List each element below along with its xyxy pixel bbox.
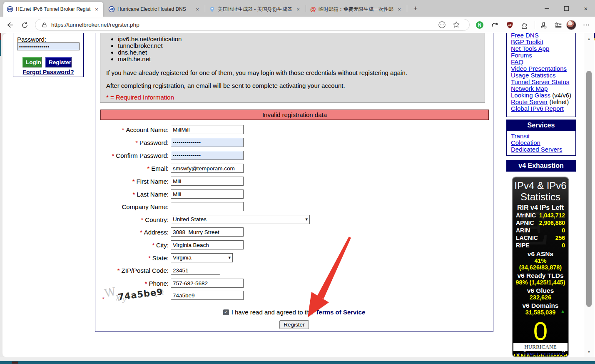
tab-divider — [306, 5, 306, 12]
field-label: Address: — [144, 229, 169, 236]
ublock-shield-icon[interactable]: uO — [505, 20, 514, 30]
captcha-image: W X y q Q 74a5be9 — [105, 286, 164, 304]
reading-mode-icon[interactable] — [438, 21, 446, 30]
extension-n-icon[interactable]: N — [475, 20, 484, 30]
tab-divider — [205, 5, 205, 12]
tab-close-icon[interactable]: × — [93, 6, 100, 12]
n-badge-letter: N — [478, 22, 481, 27]
sidebar-link-usage-stats: Usage Statistics — [511, 72, 571, 79]
svg-text:uO: uO — [508, 23, 511, 26]
info-paragraph: If you have already registered for one o… — [106, 69, 407, 76]
forgot-password-link[interactable]: Forgot Password? — [13, 69, 83, 75]
field-label: Confirm Password: — [116, 152, 169, 159]
v6-stat-value: 232,626 — [513, 294, 568, 301]
register-nav-button[interactable]: Register — [45, 57, 72, 67]
he-favicon: HE — [7, 6, 13, 12]
city-input[interactable] — [171, 240, 244, 249]
maximize-button[interactable] — [557, 0, 576, 17]
ipv4-ipv6-statistics-widget: E IPv4 & IPv6 Statistics RIR v4 IPs Left… — [512, 177, 569, 357]
widget-title: Statistics — [513, 191, 568, 202]
collections-icon[interactable] — [553, 20, 563, 30]
minimize-icon — [545, 8, 549, 9]
bullet-item: ipv6.he.net/certification — [118, 36, 182, 42]
page-scrollbar[interactable]: ▲ ▼ — [584, 33, 594, 357]
swirl-arrow-extension-icon[interactable] — [490, 20, 499, 30]
company-name-input[interactable] — [171, 202, 244, 211]
v6-stat-value: 98% (1,425/1,445) — [513, 279, 568, 286]
registration-form-box: ipv6.he.net/certification tunnelbroker.n… — [95, 33, 493, 332]
address-bar[interactable]: https://tunnelbroker.net/register.php — [35, 19, 470, 31]
confirm-password-input[interactable] — [171, 151, 244, 160]
toolbar-divider — [535, 21, 535, 29]
zip-input[interactable] — [171, 266, 220, 275]
captcha-input[interactable] — [171, 291, 244, 300]
register-submit-button[interactable]: Register — [279, 320, 309, 329]
new-tab-button[interactable]: + — [411, 3, 421, 13]
scroll-up-icon[interactable]: ▲ — [584, 37, 594, 41]
tab-title: Hurricane Electric Hosted DNS — [117, 6, 192, 12]
first-name-input[interactable] — [171, 177, 244, 186]
tab-divider — [407, 5, 407, 12]
terms-of-service-link[interactable]: Terms of Service — [316, 309, 366, 316]
bullet-item: dns.he.net — [118, 49, 182, 56]
account-name-input[interactable] — [171, 125, 244, 134]
sidebar-link-route-server: Route Server (telnet) — [511, 99, 571, 105]
tos-checkbox[interactable]: ✓ — [223, 309, 229, 315]
password-login-input[interactable] — [17, 42, 80, 50]
tab-close-icon[interactable]: × — [194, 6, 201, 12]
bottom-teal-bar — [0, 361, 595, 364]
address-input[interactable] — [171, 227, 244, 237]
favorite-star-icon[interactable] — [453, 21, 460, 30]
services-link-transit: Transit — [511, 133, 562, 140]
settings-ellipsis-icon[interactable] — [582, 20, 591, 30]
email-input[interactable] — [171, 164, 244, 173]
field-label: Company Name: — [122, 203, 169, 210]
tab-close-icon[interactable]: × — [295, 6, 301, 12]
scrollbar-thumb[interactable] — [586, 71, 592, 307]
sidebar-link-looking-glass: Looking Glass (v4/v6) — [511, 92, 571, 99]
refresh-button[interactable] — [20, 20, 29, 30]
state-select[interactable]: Virginia▾ — [171, 253, 233, 262]
selected-state: Virginia — [173, 254, 192, 261]
field-label: ZIP/Postal Code: — [122, 267, 169, 274]
info-paragraph: After completing registration, an email … — [106, 82, 345, 89]
tab-close-icon[interactable]: × — [396, 6, 403, 12]
extensions-puzzle-icon[interactable] — [520, 20, 529, 30]
v6-stat-label: v6 ASNs — [513, 250, 568, 257]
minimize-button[interactable] — [537, 0, 556, 17]
country-select[interactable]: United States▾ — [171, 215, 310, 224]
v6-stat-label: v6 Ready TLDs — [513, 272, 568, 279]
last-name-input[interactable] — [171, 189, 244, 199]
captcha-noise: W — [103, 285, 117, 300]
sidebar-link-net-tools: Net Tools App — [511, 45, 571, 52]
tab-tunnelbroker-register[interactable]: HE HE.net IPv6 Tunnel Broker Registr × — [3, 2, 103, 17]
phone-input[interactable] — [171, 279, 244, 288]
required-asterisk: * — [117, 267, 120, 274]
url-text[interactable]: https://tunnelbroker.net/register.php — [51, 22, 139, 28]
login-button[interactable]: Login — [22, 57, 42, 67]
bullet-item: tunnelbroker.net — [118, 42, 182, 49]
browser-toolbar: https://tunnelbroker.net/register.php N … — [0, 17, 595, 33]
tab-address-generator[interactable]: 美国地址生成器 - 美国身份生成器 × — [206, 2, 305, 17]
field-label: Last Name: — [137, 191, 169, 198]
rir-row: LACNIC256 — [513, 234, 568, 242]
close-window-button[interactable]: × — [576, 0, 595, 17]
field-label: Account Name: — [126, 126, 169, 133]
password-input[interactable] — [171, 138, 244, 147]
sidebar-link-video: Video Presentations — [511, 65, 571, 72]
scroll-down-icon[interactable]: ▼ — [584, 350, 594, 354]
svg-text:HE: HE — [8, 8, 12, 11]
error-banner: Invalid registration data — [100, 110, 489, 120]
tab-temp-mail[interactable]: @ 临时邮箱：免费无限生成一次性邮 × — [307, 2, 406, 17]
field-label: Password: — [139, 139, 169, 146]
tos-text: I have read and agreed to the — [232, 309, 314, 316]
profile-avatar[interactable] — [566, 20, 576, 30]
media-note-icon[interactable] — [538, 20, 548, 30]
required-asterisk: * — [147, 165, 149, 172]
required-asterisk: * — [132, 178, 135, 185]
tab-hosted-dns[interactable]: HE Hurricane Electric Hosted DNS × — [105, 2, 204, 17]
tos-row: ✓ I have read and agreed to the Terms of… — [95, 309, 493, 316]
back-button[interactable] — [5, 20, 14, 30]
login-panel: Password: Login Register Forgot Password… — [13, 33, 84, 77]
chevron-down-icon: ▾ — [305, 215, 308, 223]
